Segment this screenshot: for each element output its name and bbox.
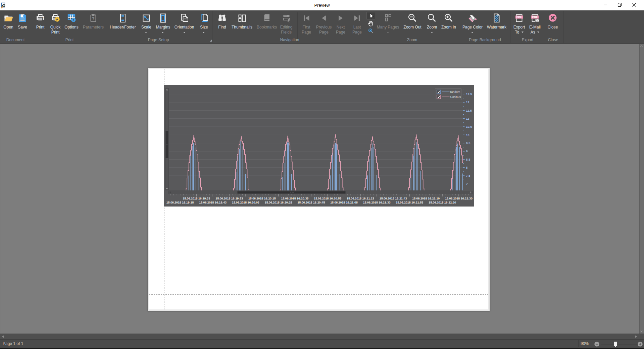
svg-text:9.5: 9.5	[466, 141, 470, 145]
svg-text:15.06.2018 16:21:33: 15.06.2018 16:21:33	[363, 201, 391, 204]
svg-text:15.06.2018 16:19:33: 15.06.2018 16:19:33	[183, 197, 210, 200]
svg-text:15.06.2018 16:19:43: 15.06.2018 16:19:43	[199, 201, 227, 204]
svg-text:8.5: 8.5	[466, 158, 470, 161]
svg-text:15.06.2018 16:19:53: 15.06.2018 16:19:53	[215, 197, 243, 200]
svg-text:12.5: 12.5	[466, 93, 472, 96]
svg-text:10.5: 10.5	[466, 125, 472, 128]
svg-text:15.06.2018 16:22:10: 15.06.2018 16:22:10	[412, 197, 440, 200]
svg-text:15.06.2018 16:22:20: 15.06.2018 16:22:20	[429, 201, 456, 204]
svg-text:7.5: 7.5	[466, 174, 470, 177]
svg-text:15.06.2018 16:20:15: 15.06.2018 16:20:15	[248, 197, 276, 200]
svg-text:PDF: PDF	[516, 16, 522, 19]
svg-text:15.06.2018 16:21:53: 15.06.2018 16:21:53	[396, 201, 424, 204]
svg-text:15.06.2018 16:20:03: 15.06.2018 16:20:03	[232, 201, 259, 204]
svg-text:15.06.2018 16:20:35: 15.06.2018 16:20:35	[281, 197, 309, 200]
svg-text:12: 12	[466, 101, 469, 104]
svg-text:15.06.2018 16:20:45: 15.06.2018 16:20:45	[297, 201, 325, 204]
svg-text:15.06.2018 16:20:25: 15.06.2018 16:20:25	[265, 201, 292, 204]
svg-text:?: ?	[92, 16, 95, 21]
svg-text:8: 8	[466, 166, 468, 169]
svg-text:random: random	[450, 90, 460, 94]
svg-text:15.06.2018 16:21:23: 15.06.2018 16:21:23	[347, 197, 374, 200]
svg-text:9: 9	[466, 150, 468, 153]
svg-text:15.06.2018 16:21:08: 15.06.2018 16:21:08	[330, 201, 358, 204]
svg-text:Cosinus: Cosinus	[450, 95, 461, 99]
svg-text:15.06.2018 16:21:43: 15.06.2018 16:21:43	[380, 197, 407, 200]
svg-text:PDF: PDF	[532, 16, 538, 19]
svg-text:10: 10	[466, 133, 469, 137]
svg-text:15.06.2018 16:22:30: 15.06.2018 16:22:30	[445, 197, 473, 200]
svg-text:7: 7	[466, 182, 468, 186]
svg-text:11: 11	[466, 117, 469, 120]
svg-text:15.06.2018 16:19:18: 15.06.2018 16:19:18	[166, 201, 194, 204]
svg-text:15.06.2018 16:20:55: 15.06.2018 16:20:55	[314, 197, 341, 200]
svg-text:11.5: 11.5	[466, 109, 472, 112]
